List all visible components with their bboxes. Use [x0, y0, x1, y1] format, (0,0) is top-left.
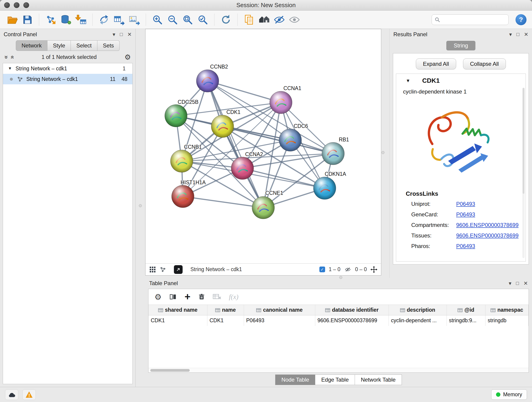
- panel-menu-icon[interactable]: ▾: [113, 32, 115, 38]
- search-input[interactable]: [443, 17, 506, 23]
- collapse-all-button[interactable]: Collapse All: [463, 58, 506, 70]
- crosslink-compartments[interactable]: 9606.ENSP00000378699: [456, 222, 519, 228]
- columns-icon[interactable]: [169, 293, 177, 300]
- network-node-CDKN1A[interactable]: [313, 177, 336, 199]
- tree-expander-icon[interactable]: ▼: [8, 66, 12, 71]
- card-scrollbar[interactable]: [522, 88, 525, 258]
- column-header-description[interactable]: description: [389, 305, 447, 315]
- expand-all-icon[interactable]: »: [9, 56, 15, 59]
- network-edge-CCNB2-CCNA1[interactable]: [208, 81, 281, 102]
- float-panel-icon[interactable]: □: [516, 281, 519, 286]
- zoom-in-button[interactable]: [151, 12, 164, 27]
- cell-description[interactable]: cyclin-dependent ...: [389, 315, 447, 326]
- duplicate-network-button[interactable]: [242, 12, 256, 27]
- delete-column-trash-icon[interactable]: [198, 293, 205, 300]
- crosslink-tissues[interactable]: 9606.ENSP00000378699: [456, 232, 519, 239]
- pan-crosshair-icon[interactable]: [370, 266, 377, 273]
- refresh-view-button[interactable]: [219, 12, 233, 27]
- close-window-button[interactable]: [4, 2, 10, 8]
- network-node-CCNB1[interactable]: [171, 150, 193, 172]
- column-header-database-identifier[interactable]: database identifier: [315, 305, 389, 315]
- zoom-selected-button[interactable]: [196, 12, 210, 27]
- network-node-CCNE1[interactable]: [252, 196, 274, 219]
- network-node-CCNA2[interactable]: [231, 157, 254, 179]
- tab-style[interactable]: Style: [47, 40, 71, 51]
- network-canvas[interactable]: CCNB2CCNA1CDC25BCDK1CDC6RB1CCNB1CCNA2CDK…: [146, 29, 381, 263]
- network-collection-row[interactable]: ▼ String Network – cdk1 1: [3, 63, 133, 74]
- detach-view-button[interactable]: [174, 265, 183, 274]
- right-splitter-handle[interactable]: [381, 151, 385, 154]
- column-header-id[interactable]: @id: [447, 305, 485, 315]
- network-row-selected[interactable]: String Network – cdk1 11 48: [3, 74, 133, 84]
- network-node-HIST1H1A[interactable]: [172, 185, 194, 208]
- crosslink-genecard[interactable]: P06493: [456, 211, 475, 218]
- tab-network[interactable]: Network: [16, 40, 47, 51]
- float-panel-icon[interactable]: □: [120, 32, 123, 37]
- tab-node-table[interactable]: Node Table: [275, 375, 315, 385]
- network-node-CDC25B[interactable]: [165, 104, 187, 127]
- hide-graphics-button[interactable]: [272, 12, 286, 27]
- export-table-button[interactable]: [112, 12, 126, 27]
- save-session-button[interactable]: [21, 12, 34, 27]
- network-node-CCNB2[interactable]: [196, 70, 219, 92]
- show-graphics-button[interactable]: [288, 12, 301, 27]
- column-header-name[interactable]: name: [207, 305, 244, 315]
- column-header-shared-name[interactable]: shared name: [148, 305, 207, 315]
- table-row[interactable]: CDK1 CDK1 P06493 9606.ENSP00000378699 cy…: [148, 315, 529, 326]
- left-splitter-handle[interactable]: [139, 204, 142, 207]
- close-panel-icon[interactable]: ✕: [524, 32, 528, 38]
- memory-button[interactable]: Memory: [491, 389, 527, 400]
- open-session-button[interactable]: [6, 12, 19, 27]
- network-options-gear-icon[interactable]: ⚙: [124, 54, 131, 61]
- cloud-status-button[interactable]: [5, 389, 18, 400]
- crosslink-pharos[interactable]: P06493: [456, 243, 475, 249]
- cell-shared-name[interactable]: CDK1: [148, 315, 207, 326]
- scrollbar-thumb[interactable]: [150, 369, 190, 372]
- network-edge-CCNB2-CCNE1[interactable]: [208, 81, 263, 208]
- close-panel-icon[interactable]: ✕: [127, 32, 132, 38]
- add-column-icon[interactable]: +: [184, 293, 190, 301]
- network-edge-CDK1-RB1[interactable]: [222, 126, 333, 153]
- search-box[interactable]: [432, 14, 509, 25]
- help-button[interactable]: ?: [515, 14, 526, 25]
- network-edge-HIST1H1A-CCNE1[interactable]: [183, 196, 263, 208]
- panel-menu-icon[interactable]: ▾: [509, 32, 512, 38]
- table-horizontal-scrollbar[interactable]: [148, 368, 529, 372]
- cell-namespace[interactable]: stringdb: [485, 315, 529, 326]
- horizontal-splitter-handle[interactable]: [339, 276, 342, 279]
- new-network-button[interactable]: [97, 12, 111, 27]
- network-node-RB1[interactable]: [322, 142, 344, 165]
- close-panel-icon[interactable]: ✕: [524, 280, 528, 287]
- cell-canonical-name[interactable]: P06493: [244, 315, 315, 326]
- selected-checkbox-icon[interactable]: ✓: [319, 267, 325, 272]
- warnings-button[interactable]: [22, 389, 36, 400]
- network-node-CDC6[interactable]: [279, 129, 302, 151]
- import-table-file-button[interactable]: [74, 12, 88, 27]
- float-panel-icon[interactable]: □: [516, 32, 519, 37]
- zoom-out-button[interactable]: [166, 12, 179, 27]
- grid-view-icon[interactable]: [149, 266, 156, 273]
- tab-select[interactable]: Select: [71, 40, 97, 51]
- hidden-eye-slash-icon[interactable]: [344, 267, 351, 273]
- import-network-database-button[interactable]: [59, 12, 73, 27]
- cell-name[interactable]: CDK1: [207, 315, 244, 326]
- zoom-fit-button[interactable]: [181, 12, 195, 27]
- panel-menu-icon[interactable]: ▾: [509, 280, 511, 287]
- cell-id[interactable]: stringdb:9...: [447, 315, 485, 326]
- column-header-canonical-name[interactable]: canonical name: [244, 305, 315, 315]
- minimize-window-button[interactable]: [14, 2, 19, 8]
- export-image-button[interactable]: [127, 12, 141, 27]
- import-network-file-button[interactable]: [44, 12, 57, 27]
- network-glyph-icon[interactable]: [160, 266, 166, 273]
- expand-all-button[interactable]: Expand All: [416, 58, 456, 70]
- string-home-button[interactable]: [257, 12, 271, 27]
- crosslink-uniprot[interactable]: P06493: [456, 201, 475, 207]
- network-node-CCNA1[interactable]: [270, 91, 292, 114]
- tab-string[interactable]: String: [446, 41, 475, 51]
- gene-card-header[interactable]: ▼ CDK1: [396, 74, 526, 87]
- network-node-CDK1[interactable]: [211, 115, 234, 138]
- cell-database-identifier[interactable]: 9606.ENSP00000378699: [315, 315, 389, 326]
- card-expander-icon[interactable]: ▼: [406, 78, 410, 83]
- tab-sets[interactable]: Sets: [97, 40, 120, 51]
- zoom-window-button[interactable]: [23, 2, 29, 8]
